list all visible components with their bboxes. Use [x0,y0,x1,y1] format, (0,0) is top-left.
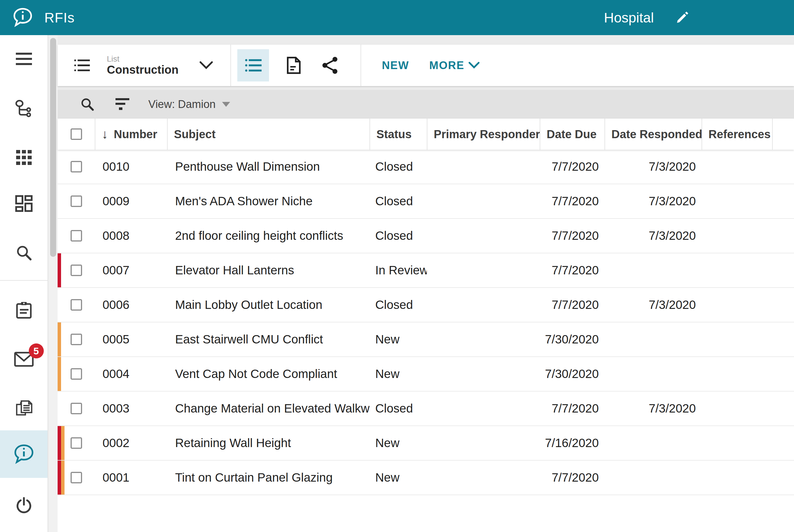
row-spacer-cell [772,184,794,218]
table-row[interactable]: 0001 Tint on Curtain Panel Glazing New 7… [58,461,794,495]
vertical-scrollbar[interactable] [49,35,58,532]
column-header-subject[interactable]: Subject [167,119,370,150]
rfi-subject-cell: 2nd floor ceiling height conflicts [167,219,370,253]
rfi-primary-responder-cell [427,392,540,425]
dashboard-icon [15,195,33,213]
row-checkbox[interactable] [71,265,82,276]
list-view-button[interactable] [237,49,269,81]
row-checkbox[interactable] [71,472,82,483]
page-title: RFIs [44,10,75,26]
search-icon [15,244,33,262]
rfi-date-due-cell: 7/16/2020 [540,426,605,460]
sidebar-item-inbox[interactable]: 5 [0,342,48,377]
sidebar-item-dashboard[interactable] [0,187,48,221]
sidebar-item-apps[interactable] [0,140,48,175]
toolbar: List Construction [58,45,794,86]
rfi-references-cell [702,426,772,460]
table-row[interactable]: 0007 Elevator Hall Lanterns In Review 7/… [58,253,794,288]
row-spacer-cell [772,322,794,356]
column-header-date-responded[interactable]: Date Responded [605,119,702,150]
rfi-references-cell [702,288,772,322]
row-checkbox[interactable] [71,368,82,380]
row-checkbox[interactable] [71,161,82,172]
document-view-button[interactable] [282,49,305,81]
hamburger-icon [15,52,33,66]
rfi-number-cell: 0002 [95,426,167,460]
table-row[interactable]: 0002 Retaining Wall Height New 7/16/2020 [58,426,794,461]
row-checkbox-cell [58,219,95,253]
toolbar-divider [230,45,231,86]
document-icon [286,56,302,74]
rfi-status-cell: New [370,426,427,460]
rfi-references-cell [702,184,772,218]
column-header-references[interactable]: References [702,119,772,150]
sidebar-item-workflow[interactable] [0,92,48,126]
row-spacer-cell [772,219,794,253]
rfi-date-responded-cell [605,253,702,287]
rfi-status-cell: Closed [370,219,427,253]
row-checkbox[interactable] [71,403,82,414]
rfi-date-responded-cell: 7/3/2020 [605,288,702,322]
rfi-date-responded-cell: 7/3/2020 [605,392,702,425]
row-checkbox[interactable] [71,230,82,242]
sidebar-item-search[interactable] [0,235,48,270]
edit-project-icon[interactable] [674,9,691,26]
rfi-status-cell: In Review [370,253,427,287]
filter-icon[interactable] [114,98,130,111]
triangle-down-icon[interactable] [222,102,230,107]
sidebar-item-tasks[interactable] [0,293,48,328]
rfi-date-due-cell: 7/7/2020 [540,253,605,287]
column-header-status[interactable]: Status [370,119,427,150]
view-selector-label[interactable]: View: Damion [148,98,216,111]
rfi-references-cell [702,219,772,253]
table-row[interactable]: 0010 Penthouse Wall Dimension Closed 7/7… [58,150,794,184]
table-row[interactable]: 0005 East Stairwell CMU Conflict New 7/3… [58,322,794,357]
row-spacer-cell [772,288,794,322]
filter-bar: View: Damion [58,90,794,119]
new-button[interactable]: NEW [382,59,409,72]
list-selector[interactable]: List Construction [73,55,213,76]
row-checkbox[interactable] [71,299,82,311]
column-header-primary-responder[interactable]: Primary Responder [427,119,540,150]
select-all-checkbox[interactable] [71,128,82,140]
column-header-number[interactable]: ↓ Number [95,119,167,150]
table-row[interactable]: 0009 Men's ADA Shower Niche Closed 7/7/2… [58,184,794,219]
vertical-scrollbar-thumb[interactable] [50,38,56,257]
row-checkbox[interactable] [71,195,82,207]
sidebar-item-rfis-active[interactable] [0,430,48,478]
column-header-number-label: Number [114,128,157,141]
menu-button[interactable] [0,42,48,76]
row-checkbox[interactable] [71,334,82,345]
more-button[interactable]: MORE [429,59,479,72]
table-row[interactable]: 0006 Main Lobby Outlet Location Closed 7… [58,288,794,322]
row-checkbox[interactable] [71,437,82,449]
rfi-date-responded-cell: 7/3/2020 [605,219,702,253]
rfi-number-cell: 0004 [95,357,167,391]
table-row[interactable]: 0008 2nd floor ceiling height conflicts … [58,219,794,253]
rfi-status-cell: New [370,322,427,356]
chevron-down-icon [469,62,479,69]
table-header-row: ↓ Number Subject Status Primary Responde… [58,119,794,150]
sidebar-item-logout[interactable] [0,488,48,522]
row-spacer-cell [772,392,794,425]
documents-icon [14,399,33,417]
search-icon[interactable] [80,97,95,112]
rfi-status-cell: New [370,461,427,495]
rfi-status-cell: Closed [370,288,427,322]
table-row[interactable]: 0004 Vent Cap Not Code Compliant New 7/3… [58,357,794,392]
share-button[interactable] [319,49,342,81]
rfi-date-due-cell: 7/7/2020 [540,461,605,495]
rfi-primary-responder-cell [427,322,540,356]
column-header-date-due[interactable]: Date Due [540,119,605,150]
rfi-date-due-cell: 7/7/2020 [540,288,605,322]
table-row[interactable]: 0003 Change Material on Elevated Walkway… [58,392,794,426]
rfi-primary-responder-cell [427,219,540,253]
rfi-status-cell: Closed [370,150,427,184]
column-header-spacer [772,119,794,150]
rfi-subject-cell: Tint on Curtain Panel Glazing [167,461,370,495]
column-header-date-due-label: Date Due [547,128,597,141]
rfi-number-cell: 0008 [95,219,167,253]
rfi-subject-cell: Change Material on Elevated Walkway [167,392,370,425]
rfi-date-responded-cell: 7/3/2020 [605,184,702,218]
sidebar-item-documents[interactable] [0,391,48,425]
